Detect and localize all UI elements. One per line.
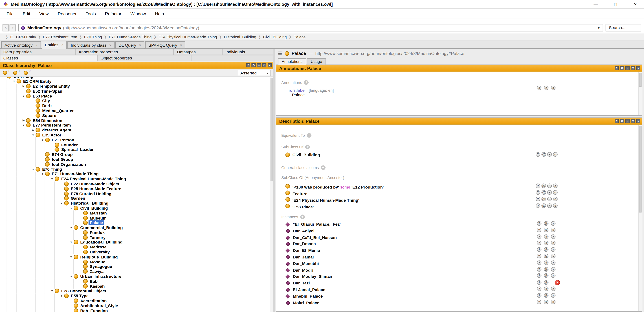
- annotations-scrollbar[interactable]: [638, 72, 642, 115]
- edit-button[interactable]: o: [553, 203, 558, 208]
- minimize-icon[interactable]: –: [626, 66, 630, 70]
- annotations-scrollbar-thumb[interactable]: [639, 73, 642, 87]
- tree-item-e39-actor[interactable]: ▼E39 Actor: [0, 132, 270, 137]
- explain-button[interactable]: ?: [537, 228, 542, 232]
- close-icon[interactable]: ×: [139, 43, 141, 47]
- annotate-button[interactable]: @: [544, 293, 548, 298]
- collapse-arrow-icon[interactable]: ▼: [69, 241, 74, 244]
- instance-row-el-glaoui-palace-fez[interactable]: "El_Glaoui_Palace,_Fez": [286, 222, 342, 227]
- tree-item-university[interactable]: University: [0, 250, 270, 255]
- tree-item-square[interactable]: Square: [0, 113, 270, 118]
- tree-item-derb[interactable]: Derb: [0, 103, 270, 108]
- minimize-icon[interactable]: –: [626, 119, 630, 123]
- tab-sparql-query[interactable]: SPARQL Query×: [145, 41, 186, 48]
- breadcrumb-item-palace[interactable]: Palace: [294, 35, 306, 39]
- tree-item-e77-persistent-item[interactable]: ▼E77 Persistent Item: [0, 123, 270, 128]
- back-button[interactable]: <: [2, 24, 9, 31]
- explain-button[interactable]: ?: [537, 241, 542, 245]
- annotate-button[interactable]: @: [544, 280, 548, 285]
- delete-button[interactable]: ×: [544, 86, 548, 90]
- menu-reasoner[interactable]: Reasoner: [53, 11, 81, 16]
- forward-button[interactable]: >: [10, 24, 16, 31]
- instance-row-dar-jamai[interactable]: Dar_Jamai: [286, 254, 314, 260]
- explain-button[interactable]: ?: [537, 287, 542, 291]
- panel-splitter[interactable]: [274, 49, 275, 312]
- collapse-arrow-icon[interactable]: ▼: [59, 202, 64, 205]
- annotation-row[interactable]: rdfs:label[language: en]: [289, 86, 334, 93]
- tab-entities[interactable]: Entities×: [42, 41, 67, 49]
- maximize-icon[interactable]: □: [631, 66, 635, 70]
- breadcrumb-item-e71-human-made-thing[interactable]: E71 Human-Made Thing: [109, 35, 152, 39]
- collapse-arrow-icon[interactable]: ▼: [69, 255, 74, 258]
- tree-item-urban-infrastructure[interactable]: ▼Urban_Infrastructure: [0, 274, 270, 279]
- delete-button[interactable]: ×: [551, 247, 556, 252]
- expand-arrow-icon[interactable]: ▶: [31, 128, 36, 132]
- anonymous-ancestor-row[interactable]: 'E53 Place': [286, 203, 314, 209]
- close-icon[interactable]: ×: [36, 43, 38, 47]
- tree-item-religious-building[interactable]: ▼Religious_Building: [0, 255, 270, 259]
- tree-item-e74-group[interactable]: E74 Group: [0, 152, 270, 157]
- edit-button[interactable]: o: [553, 197, 558, 201]
- collapse-arrow-icon[interactable]: ▼: [69, 207, 74, 210]
- edit-button[interactable]: o: [551, 86, 556, 90]
- explain-button[interactable]: ?: [536, 203, 540, 208]
- tree-item-educational-building[interactable]: ▼Educational_Building: [0, 240, 270, 245]
- annotate-button[interactable]: @: [544, 254, 548, 258]
- annotate-button[interactable]: @: [544, 228, 548, 232]
- delete-button[interactable]: ×: [547, 197, 552, 201]
- menu-refactor[interactable]: Refactor: [100, 11, 126, 16]
- explain-button[interactable]: ?: [537, 300, 542, 304]
- menu-tools[interactable]: Tools: [81, 11, 100, 16]
- collapse-arrow-icon[interactable]: ▼: [40, 173, 45, 175]
- instance-row-mnebhi-palace[interactable]: Mnebhi_Palace: [286, 294, 323, 299]
- breadcrumb-item-e70-thing[interactable]: E70 Thing: [84, 35, 102, 39]
- tree-item-e53-place[interactable]: ▼E53 Place: [0, 93, 270, 98]
- tree-item-maristan[interactable]: Maristan: [0, 211, 270, 215]
- search-button[interactable]: Search...: [606, 24, 641, 31]
- close-button[interactable]: ✕: [630, 0, 641, 9]
- help-icon[interactable]: ?: [614, 66, 619, 70]
- delete-button[interactable]: ×: [551, 267, 556, 272]
- tree-item-foaf-group[interactable]: foaf:Group: [0, 157, 270, 162]
- tree-item-e55-type[interactable]: ▼E55 Type: [0, 294, 270, 298]
- annotate-button[interactable]: @: [544, 247, 548, 252]
- tree-item-e78-curated-holding[interactable]: E78 Curated Holding: [0, 191, 270, 196]
- add-equivalent-class-button[interactable]: +: [307, 133, 312, 138]
- delete-button[interactable]: ×: [551, 293, 556, 298]
- tree-item-e54-dimension[interactable]: ▶E54 Dimension: [0, 118, 270, 123]
- explain-button[interactable]: ?: [537, 247, 542, 252]
- entity-tab-annotations[interactable]: Annotations: [278, 58, 306, 65]
- explain-button[interactable]: ?: [536, 190, 540, 195]
- annotate-button[interactable]: @: [544, 241, 548, 245]
- float-icon[interactable]: ⧉: [252, 63, 256, 67]
- collapse-arrow-icon[interactable]: ▼: [69, 275, 74, 278]
- delete-button[interactable]: ×: [551, 221, 556, 226]
- tree-item-e71-human-made-thing[interactable]: ▼E71 Human-Made Thing: [0, 172, 270, 176]
- tree-item-commercial-building[interactable]: ▼Commercial_Building: [0, 225, 270, 230]
- float-icon[interactable]: ⧉: [620, 66, 624, 70]
- tree-item-e70-thing[interactable]: ▼E70 Thing: [0, 167, 270, 172]
- tree-item-foaf-organization[interactable]: foaf:Organization: [0, 162, 270, 167]
- tree-item-dcterms-agent[interactable]: ▶dcterms:Agent: [0, 128, 270, 132]
- explain-button[interactable]: ?: [537, 261, 542, 265]
- breadcrumb-item-historical-building[interactable]: Historical_Building: [224, 35, 256, 39]
- explain-button[interactable]: ?: [536, 197, 540, 201]
- tree-item-e2-temporal-entity[interactable]: ▶E2 Temporal Entity: [0, 84, 270, 89]
- add-annotation-button[interactable]: +: [304, 80, 308, 85]
- close-icon[interactable]: ×: [180, 43, 182, 47]
- expand-arrow-icon[interactable]: ▶: [21, 84, 26, 88]
- annotate-button[interactable]: @: [537, 86, 542, 90]
- close-icon[interactable]: ×: [61, 43, 63, 47]
- edit-button[interactable]: o: [553, 152, 558, 157]
- tree-item-bab[interactable]: Bab: [0, 279, 270, 284]
- minimize-button[interactable]: —: [590, 0, 601, 9]
- delete-button[interactable]: ×: [547, 152, 552, 157]
- tree-item-medina-quarter[interactable]: Medina_Quarter: [0, 108, 270, 113]
- tree-item-bab-function[interactable]: Bab_Function: [0, 308, 270, 312]
- delete-button[interactable]: ×: [547, 190, 552, 195]
- tree-item-e21-person[interactable]: ▼E21 Person: [0, 137, 270, 142]
- edit-button[interactable]: o: [553, 184, 558, 188]
- float-icon[interactable]: ⧉: [620, 119, 624, 123]
- tree-item-museum[interactable]: Museum: [0, 215, 270, 220]
- annotate-button[interactable]: @: [544, 267, 548, 272]
